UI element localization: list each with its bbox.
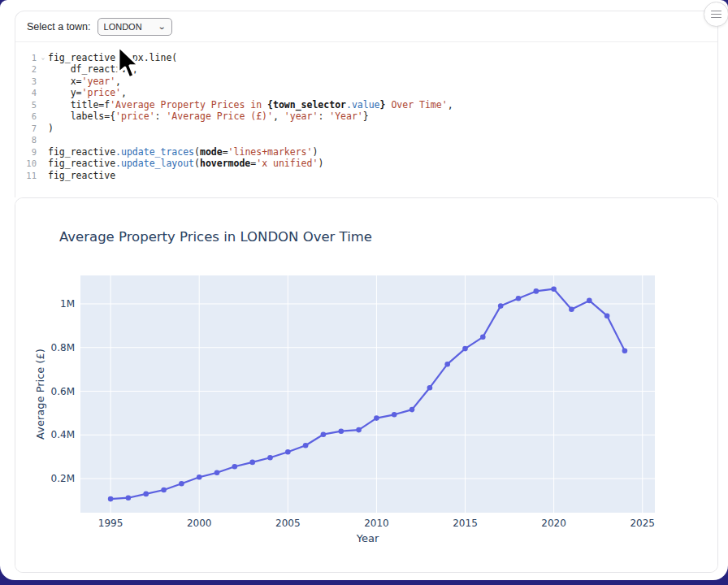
svg-text:2010: 2010: [364, 518, 389, 529]
svg-text:2020: 2020: [541, 518, 566, 529]
town-select-value: LONDON: [104, 22, 159, 32]
svg-text:0.8M: 0.8M: [51, 342, 75, 353]
svg-text:Average Property Prices in LON: Average Property Prices in LONDON Over T…: [59, 229, 372, 245]
app-page: Select a town: LONDON ⌄ 1⌄fig_reactive =…: [0, 0, 728, 580]
code-lines: 1⌄fig_reactive = px.line(2 df_reactive,3…: [15, 52, 717, 181]
hamburger-icon: [711, 8, 722, 20]
svg-text:2025: 2025: [630, 518, 655, 529]
svg-text:0.2M: 0.2M: [51, 473, 75, 484]
widget-bar: Select a town: LONDON ⌄: [15, 11, 717, 42]
notebook-cell: Select a town: LONDON ⌄ 1⌄fig_reactive =…: [15, 11, 718, 197]
town-select-label: Select a town:: [27, 21, 91, 32]
plotly-chart[interactable]: 19952000200520102015202020250.2M0.4M0.6M…: [15, 198, 718, 573]
chart-output-card: 19952000200520102015202020250.2M0.4M0.6M…: [15, 197, 718, 573]
svg-text:2015: 2015: [453, 518, 478, 529]
svg-text:1M: 1M: [60, 298, 75, 310]
code-editor[interactable]: 1⌄fig_reactive = px.line(2 df_reactive,3…: [15, 42, 717, 181]
svg-text:0.4M: 0.4M: [51, 429, 75, 440]
menu-button[interactable]: [704, 2, 728, 27]
svg-text:0.6M: 0.6M: [51, 386, 75, 397]
svg-text:1995: 1995: [98, 518, 124, 529]
town-select-dropdown[interactable]: LONDON ⌄: [98, 18, 172, 36]
chevron-down-icon: ⌄: [158, 22, 167, 31]
svg-text:Year: Year: [356, 532, 379, 544]
svg-text:2005: 2005: [275, 518, 301, 529]
svg-text:Average Price (£): Average Price (£): [34, 349, 46, 440]
svg-text:2000: 2000: [187, 518, 212, 529]
